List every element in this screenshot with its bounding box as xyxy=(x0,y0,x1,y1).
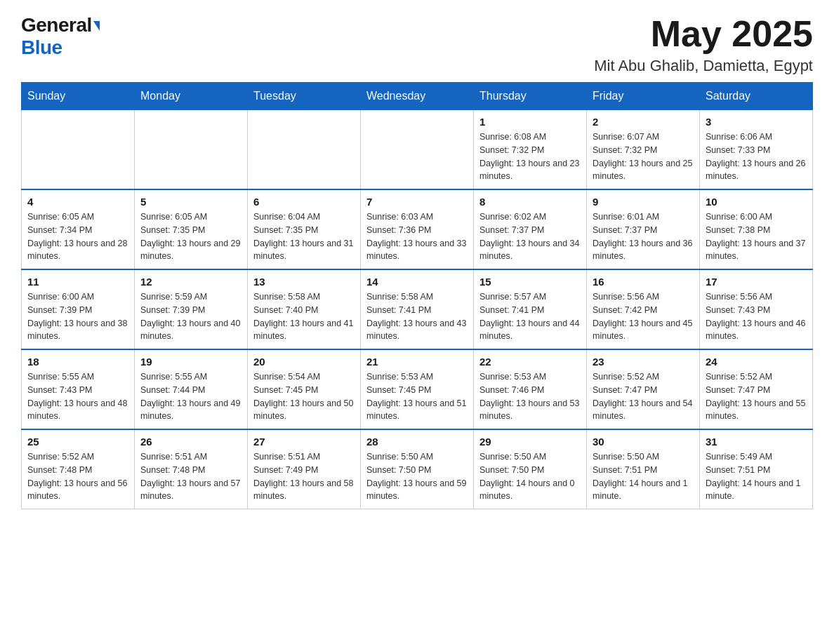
day-number: 17 xyxy=(706,276,807,288)
sunrise-text: Sunrise: 6:05 AM xyxy=(140,212,207,222)
sunrise-text: Sunrise: 5:55 AM xyxy=(140,372,207,382)
daylight-text: Daylight: 13 hours and 33 minutes. xyxy=(366,239,466,262)
sunrise-text: Sunrise: 5:56 AM xyxy=(706,292,772,302)
day-info: Sunrise: 5:51 AM Sunset: 7:49 PM Dayligh… xyxy=(253,450,355,503)
logo-arrow-icon xyxy=(93,21,100,31)
sunset-text: Sunset: 7:35 PM xyxy=(253,225,318,235)
daylight-text: Daylight: 13 hours and 43 minutes. xyxy=(366,318,466,342)
day-number: 12 xyxy=(140,276,241,288)
sunset-text: Sunset: 7:51 PM xyxy=(593,465,657,475)
calendar-week-row: 18 Sunrise: 5:55 AM Sunset: 7:43 PM Dayl… xyxy=(22,349,813,429)
calendar-day-cell xyxy=(22,110,135,190)
day-number: 16 xyxy=(593,276,694,288)
daylight-text: Daylight: 13 hours and 40 minutes. xyxy=(140,318,240,342)
logo-blue-line: Blue xyxy=(21,36,62,59)
day-number: 28 xyxy=(366,436,468,448)
logo-general-line: General xyxy=(21,14,100,36)
day-number: 1 xyxy=(479,116,581,128)
sunset-text: Sunset: 7:50 PM xyxy=(479,465,544,475)
calendar-day-cell: 31 Sunrise: 5:49 AM Sunset: 7:51 PM Dayl… xyxy=(700,429,813,509)
day-number: 25 xyxy=(27,436,128,448)
calendar-day-cell: 28 Sunrise: 5:50 AM Sunset: 7:50 PM Dayl… xyxy=(361,429,474,509)
day-info: Sunrise: 5:59 AM Sunset: 7:39 PM Dayligh… xyxy=(140,290,241,343)
calendar-week-row: 11 Sunrise: 6:00 AM Sunset: 7:39 PM Dayl… xyxy=(22,269,813,349)
daylight-text: Daylight: 14 hours and 0 minutes. xyxy=(479,478,575,502)
day-number: 26 xyxy=(140,436,241,448)
day-number: 7 xyxy=(366,196,468,208)
sunset-text: Sunset: 7:51 PM xyxy=(706,465,770,475)
calendar-day-cell: 24 Sunrise: 5:52 AM Sunset: 7:47 PM Dayl… xyxy=(700,349,813,429)
calendar-day-cell: 3 Sunrise: 6:06 AM Sunset: 7:33 PM Dayli… xyxy=(700,110,813,190)
sunset-text: Sunset: 7:45 PM xyxy=(366,385,431,395)
header-wednesday: Wednesday xyxy=(361,83,474,110)
day-info: Sunrise: 5:50 AM Sunset: 7:50 PM Dayligh… xyxy=(479,450,581,503)
daylight-text: Daylight: 13 hours and 45 minutes. xyxy=(593,318,692,342)
sunrise-text: Sunrise: 5:51 AM xyxy=(253,452,320,462)
header-tuesday: Tuesday xyxy=(248,83,361,110)
day-number: 20 xyxy=(253,356,355,368)
sunset-text: Sunset: 7:45 PM xyxy=(253,385,318,395)
sunset-text: Sunset: 7:37 PM xyxy=(593,225,657,235)
day-number: 23 xyxy=(593,356,694,368)
day-number: 19 xyxy=(140,356,241,368)
day-info: Sunrise: 6:04 AM Sunset: 7:35 PM Dayligh… xyxy=(253,210,355,263)
day-info: Sunrise: 5:52 AM Sunset: 7:47 PM Dayligh… xyxy=(706,370,807,423)
day-info: Sunrise: 6:00 AM Sunset: 7:39 PM Dayligh… xyxy=(27,290,128,343)
calendar-day-cell: 10 Sunrise: 6:00 AM Sunset: 7:38 PM Dayl… xyxy=(700,189,813,269)
sunrise-text: Sunrise: 5:58 AM xyxy=(366,292,433,302)
day-number: 31 xyxy=(706,436,807,448)
calendar-day-cell: 29 Sunrise: 5:50 AM Sunset: 7:50 PM Dayl… xyxy=(474,429,587,509)
day-number: 5 xyxy=(140,196,241,208)
sunset-text: Sunset: 7:37 PM xyxy=(479,225,544,235)
calendar-day-cell: 25 Sunrise: 5:52 AM Sunset: 7:48 PM Dayl… xyxy=(22,429,135,509)
sunset-text: Sunset: 7:38 PM xyxy=(706,225,770,235)
calendar-day-cell xyxy=(361,110,474,190)
sunrise-text: Sunrise: 5:57 AM xyxy=(479,292,546,302)
sunset-text: Sunset: 7:43 PM xyxy=(27,385,92,395)
daylight-text: Daylight: 13 hours and 46 minutes. xyxy=(706,318,805,342)
sunset-text: Sunset: 7:48 PM xyxy=(27,465,92,475)
calendar-day-cell: 5 Sunrise: 6:05 AM Sunset: 7:35 PM Dayli… xyxy=(135,189,248,269)
calendar-day-cell: 8 Sunrise: 6:02 AM Sunset: 7:37 PM Dayli… xyxy=(474,189,587,269)
daylight-text: Daylight: 13 hours and 38 minutes. xyxy=(27,318,127,342)
calendar-day-cell: 12 Sunrise: 5:59 AM Sunset: 7:39 PM Dayl… xyxy=(135,269,248,349)
day-info: Sunrise: 6:00 AM Sunset: 7:38 PM Dayligh… xyxy=(706,210,807,263)
day-info: Sunrise: 5:51 AM Sunset: 7:48 PM Dayligh… xyxy=(140,450,241,503)
calendar-table: Sunday Monday Tuesday Wednesday Thursday… xyxy=(21,82,813,509)
daylight-text: Daylight: 13 hours and 23 minutes. xyxy=(479,159,579,182)
day-number: 13 xyxy=(253,276,355,288)
sunrise-text: Sunrise: 6:00 AM xyxy=(706,212,772,222)
daylight-text: Daylight: 13 hours and 41 minutes. xyxy=(253,318,353,342)
daylight-text: Daylight: 13 hours and 48 minutes. xyxy=(27,398,127,422)
day-info: Sunrise: 5:54 AM Sunset: 7:45 PM Dayligh… xyxy=(253,370,355,423)
sunset-text: Sunset: 7:33 PM xyxy=(706,145,770,155)
daylight-text: Daylight: 13 hours and 28 minutes. xyxy=(27,239,127,262)
day-info: Sunrise: 6:02 AM Sunset: 7:37 PM Dayligh… xyxy=(479,210,581,263)
day-number: 10 xyxy=(706,196,807,208)
calendar-day-cell: 20 Sunrise: 5:54 AM Sunset: 7:45 PM Dayl… xyxy=(248,349,361,429)
day-number: 29 xyxy=(479,436,581,448)
weekday-header-row: Sunday Monday Tuesday Wednesday Thursday… xyxy=(22,83,813,110)
sunrise-text: Sunrise: 6:02 AM xyxy=(479,212,546,222)
daylight-text: Daylight: 13 hours and 31 minutes. xyxy=(253,239,353,262)
header-friday: Friday xyxy=(587,83,700,110)
day-info: Sunrise: 6:01 AM Sunset: 7:37 PM Dayligh… xyxy=(593,210,694,263)
sunset-text: Sunset: 7:47 PM xyxy=(706,385,770,395)
day-number: 27 xyxy=(253,436,355,448)
daylight-text: Daylight: 14 hours and 1 minute. xyxy=(593,478,688,502)
daylight-text: Daylight: 13 hours and 29 minutes. xyxy=(140,239,240,262)
sunset-text: Sunset: 7:50 PM xyxy=(366,465,431,475)
sunset-text: Sunset: 7:42 PM xyxy=(593,305,657,315)
day-info: Sunrise: 5:55 AM Sunset: 7:44 PM Dayligh… xyxy=(140,370,241,423)
sunset-text: Sunset: 7:41 PM xyxy=(366,305,431,315)
month-title: May 2025 xyxy=(594,14,813,54)
sunrise-text: Sunrise: 5:52 AM xyxy=(706,372,772,382)
sunrise-text: Sunrise: 5:53 AM xyxy=(479,372,546,382)
sunset-text: Sunset: 7:39 PM xyxy=(140,305,205,315)
day-info: Sunrise: 5:50 AM Sunset: 7:51 PM Dayligh… xyxy=(593,450,694,503)
header-monday: Monday xyxy=(135,83,248,110)
day-number: 6 xyxy=(253,196,355,208)
daylight-text: Daylight: 13 hours and 36 minutes. xyxy=(593,239,692,262)
sunrise-text: Sunrise: 5:52 AM xyxy=(27,452,94,462)
day-info: Sunrise: 5:49 AM Sunset: 7:51 PM Dayligh… xyxy=(706,450,807,503)
